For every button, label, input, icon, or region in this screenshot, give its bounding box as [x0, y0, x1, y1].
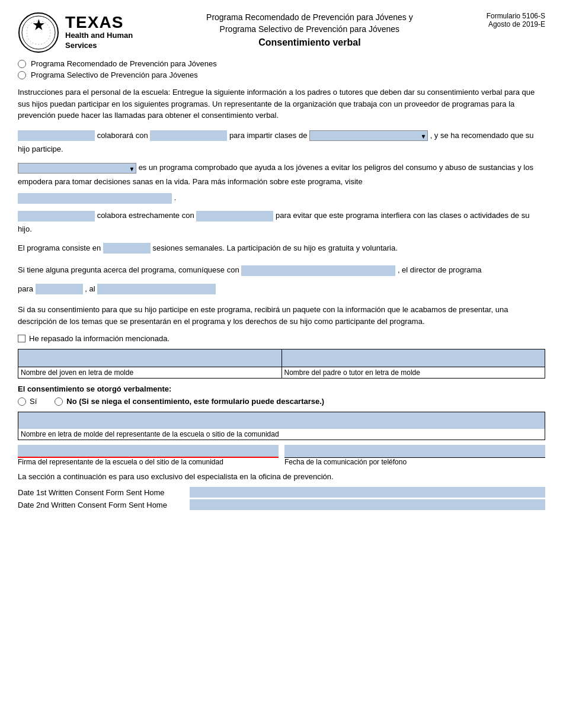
program-title: Programa Recomendado de Prevención para … — [145, 12, 475, 35]
radio-option-1-row[interactable]: Programa Recomendado de Prevención para … — [18, 59, 545, 68]
agency-texas-label: TEXAS — [65, 14, 133, 31]
field-phone[interactable] — [97, 284, 216, 294]
page-header: ★ TEXAS Health and Human Services Progra… — [18, 12, 545, 53]
consent-no-label: No (Si se niega el consentimiento, este … — [66, 397, 324, 406]
sig-label: Firma del representante de la escuela o … — [18, 458, 279, 466]
texas-logo-icon: ★ — [18, 12, 59, 53]
radio-si-icon[interactable] — [18, 397, 26, 406]
consent-verbal-label: El consentimiento se otorgó verbalmente: — [18, 384, 545, 393]
sentence-5-block: Si tiene alguna pregunta acerca del prog… — [18, 263, 545, 277]
consent-paragraph: Si da su consentimiento para que su hijo… — [18, 304, 545, 327]
field-program-select-2[interactable]: ▼ — [18, 163, 136, 174]
date2-row: Date 2nd Written Consent Form Sent Home — [18, 499, 545, 510]
field-org-2[interactable] — [18, 211, 95, 222]
date2-input[interactable] — [190, 499, 545, 510]
parent-name-input[interactable] — [282, 349, 545, 367]
radio-option-1-icon[interactable] — [18, 60, 26, 68]
consent-si-option[interactable]: Sí — [18, 397, 37, 406]
checkbox-reviewed-label: He repasado la información mencionada. — [29, 334, 169, 343]
parent-name-label: Nombre del padre o tutor en letra de mol… — [282, 367, 545, 379]
radio-option-2-row[interactable]: Programa Selectivo de Prevención para Jó… — [18, 70, 545, 79]
formulario-date: Agosto de 2019-E — [487, 20, 545, 28]
formulario-number: Formulario 5106-S — [487, 12, 545, 20]
bottom-section: Date 1st Written Consent Form Sent Home … — [18, 487, 545, 510]
sig-date-row: Firma del representante de la escuela o … — [18, 445, 545, 466]
consent-si-label: Sí — [30, 397, 37, 406]
field-school-2[interactable] — [196, 211, 273, 222]
field-program-select[interactable]: ▼ — [309, 130, 428, 141]
checkbox-row[interactable]: He repasado la información mencionada. — [18, 334, 545, 343]
date-col: Fecha de la comunicación por teléfono — [284, 445, 545, 466]
radio-option-1-label: Programa Recomendado de Prevención para … — [31, 59, 217, 68]
form-main-title: Consentimiento verbal — [145, 37, 475, 48]
sig-input[interactable] — [18, 445, 279, 458]
youth-name-label: Nombre del joven en letra de molde — [18, 367, 282, 379]
field-website[interactable] — [18, 193, 172, 204]
form-title-block: Programa Recomendado de Prevención para … — [133, 12, 487, 48]
field-school[interactable] — [18, 130, 95, 141]
date-label: Fecha de la comunicación por teléfono — [284, 458, 545, 466]
field-for-what[interactable] — [36, 284, 83, 294]
logo-agency-block: ★ TEXAS Health and Human Services — [18, 12, 133, 53]
agency-name-block: TEXAS Health and Human Services — [65, 14, 133, 51]
radio-option-2-label: Programa Selectivo de Prevención para Jó… — [31, 70, 198, 79]
radio-no-icon[interactable] — [55, 397, 63, 406]
field-org[interactable] — [150, 130, 227, 141]
name-input-row — [18, 349, 545, 367]
radio-option-2-icon[interactable] — [18, 71, 26, 79]
sig-col: Firma del representante de la escuela o … — [18, 445, 279, 466]
field-sessions[interactable] — [103, 243, 151, 254]
sentence-5-cont-block: para , al — [18, 282, 545, 296]
agency-hhs-label: Health and Human Services — [65, 31, 133, 51]
form-number-block: Formulario 5106-S Agosto de 2019-E — [487, 12, 545, 28]
date1-row: Date 1st Written Consent Form Sent Home — [18, 487, 545, 498]
consent-verbal-section: El consentimiento se otorgó verbalmente:… — [18, 384, 545, 406]
rep-name-input[interactable] — [18, 412, 545, 429]
exclusive-note: La sección a continuación es para uso ex… — [18, 472, 545, 481]
date1-label: Date 1st Written Consent Form Sent Home — [18, 488, 184, 497]
date-input[interactable] — [284, 445, 545, 458]
rep-name-box: Nombre en letra de molde del representan… — [18, 412, 545, 440]
sentence-2-block: ▼ es un programa comprobado que ayuda a … — [18, 161, 545, 188]
date2-label: Date 2nd Written Consent Form Sent Home — [18, 501, 184, 509]
sentence-3-block: colabora estrechamente con para evitar q… — [18, 209, 545, 236]
consent-no-option[interactable]: No (Si se niega el consentimiento, este … — [55, 397, 324, 406]
consent-options-row: Sí No (Si se niega el consentimiento, es… — [18, 397, 545, 406]
field-contact-name[interactable] — [241, 265, 395, 276]
date1-input[interactable] — [190, 487, 545, 498]
svg-text:★: ★ — [33, 18, 45, 33]
rep-name-label: Nombre en letra de molde del representan… — [18, 429, 545, 440]
sentence-1-block: colaborará con para impartir clases de ▼… — [18, 129, 545, 156]
name-label-row: Nombre del joven en letra de molde Nombr… — [18, 367, 545, 379]
checkbox-reviewed-icon[interactable] — [18, 335, 25, 342]
name-table: Nombre del joven en letra de molde Nombr… — [18, 349, 545, 379]
sentence-4-block: El programa consiste en sesiones semanal… — [18, 241, 545, 255]
youth-name-input[interactable] — [18, 349, 282, 367]
instructions-text: Instrucciones para el personal de la esc… — [18, 86, 545, 121]
